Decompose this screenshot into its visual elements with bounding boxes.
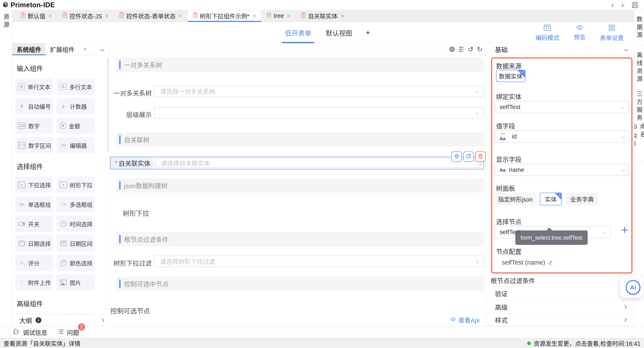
component-tile-color-picker[interactable]: 颜色选择 [56, 255, 95, 271]
property-inspector: 基础 数据来源 数据实体 ✓ 绑定实体 selfTest 值字段 Aa id 显… [486, 44, 634, 326]
rail-item-offline-resources[interactable]: 离线资源 [634, 46, 644, 90]
debug-info-button[interactable]: 调试信息 [13, 328, 47, 337]
blocks-gear-icon [608, 24, 615, 32]
tab-tree-dropdown-example[interactable]: 树形下拉组件示例* × [188, 10, 262, 22]
field-label-one-to-many: 一对多关系树 [110, 88, 152, 97]
add-view-icon[interactable]: + [366, 28, 370, 37]
field-type-icon: Aa [500, 168, 506, 172]
tree-panel-option-dictionary[interactable]: 业务字典 [566, 193, 598, 205]
save-icon[interactable] [632, 2, 638, 9]
component-tile-tree-dropdown[interactable]: ≡树形下拉 [56, 177, 95, 193]
component-tile-number-range[interactable]: 1~3数字区间 [15, 137, 53, 153]
close-icon[interactable]: × [48, 13, 52, 20]
tab-extension-components[interactable]: 扩展组件 [46, 44, 79, 55]
widget-settings-button[interactable]: ⚙ [452, 151, 462, 162]
editor-icon: A≡ [60, 143, 67, 147]
component-tile-rating[interactable]: ☆评分 [15, 255, 53, 271]
tree-panel-option-json[interactable]: 指定树形json [495, 193, 536, 205]
rail-item-named-sql[interactable]: 命名Sql [634, 123, 644, 162]
row-validation[interactable]: 验证 [486, 286, 634, 300]
outline-row[interactable]: 大纲 i [12, 314, 110, 326]
calendar-range-icon [60, 241, 66, 246]
edit-pencil-icon[interactable] [548, 260, 553, 265]
component-tile-image[interactable]: 图片 [56, 274, 95, 290]
component-tile-date-picker[interactable]: 日期选择 [15, 235, 53, 251]
palette-icon [60, 260, 66, 266]
view-api-link[interactable]: 查看Api [450, 315, 480, 324]
close-icon[interactable]: × [287, 13, 290, 20]
label-display-field: 显示字段 [496, 154, 522, 164]
self-entity-select[interactable]: 请选择自关联实体 [155, 158, 481, 168]
value-field-select[interactable]: Aa id [495, 130, 629, 143]
globe-icon[interactable] [449, 46, 455, 52]
code-mode-button[interactable]: 编码模式 [536, 24, 559, 42]
component-tile-dropdown-select[interactable]: ∨下拉选择 [15, 177, 53, 193]
status-left-text[interactable]: 查看资源「自关联实体」详情 [4, 339, 80, 347]
number-icon: 123 [18, 122, 26, 129]
filter-sliders-icon[interactable] [458, 46, 464, 52]
close-icon[interactable]: × [105, 13, 109, 20]
component-tile-editor[interactable]: A≡编辑器 [56, 137, 95, 153]
tree-panel-option-entity[interactable]: 实体 ✓ [540, 193, 562, 205]
close-icon[interactable]: × [252, 13, 256, 20]
row-style[interactable]: 样式 [486, 314, 634, 326]
redo-icon[interactable]: ↻ [477, 46, 482, 53]
row-advanced[interactable]: 高级 [486, 300, 634, 314]
rail-item-resources[interactable]: 资源 [2, 14, 10, 30]
nav-back-icon[interactable]: ‹ [611, 1, 614, 9]
status-right-text: 资源发生变更，点击查看,检查时间:16:41 [534, 339, 640, 347]
section-band-self-related-tree: 自关联树 [116, 132, 484, 147]
preview-button[interactable]: 预览 [574, 24, 586, 42]
close-icon[interactable]: × [341, 13, 344, 20]
component-tile-switch[interactable]: 开关 [15, 216, 53, 232]
component-tile-amount[interactable]: ¥金额 [56, 118, 95, 134]
display-field-select[interactable]: Aa name [495, 164, 629, 176]
tab-self-related-entity[interactable]: 自关联实体 × [296, 10, 350, 22]
component-tile-time-picker[interactable]: 时间选择 [56, 216, 95, 232]
tab-control-state-js[interactable]: 控件状态-JS × [57, 10, 114, 22]
form-settings-button[interactable]: 表单设置 [600, 24, 624, 42]
component-tile-attachment-upload[interactable]: ↑附件上传 [15, 274, 53, 290]
tree-dropdown-widget-label[interactable]: 树形下拉 [123, 208, 149, 218]
widget-copy-button[interactable] [464, 151, 474, 162]
level-display-select[interactable] [154, 107, 484, 119]
sidebar-scrollbar[interactable] [108, 58, 109, 152]
row-root-filter[interactable]: 根节点过滤条件 [486, 274, 634, 286]
status-right[interactable]: 资源发生变更，点击查看,检查时间:16:41 [527, 339, 640, 347]
data-source-chip-entity[interactable]: 数据实体 ✓ [496, 70, 526, 82]
eye-icon [576, 24, 583, 31]
tab-control-state-form[interactable]: 控件状态-表单状态 × [114, 10, 188, 22]
nav-forward-icon[interactable]: › [622, 1, 624, 9]
collapse-sidebar-icon[interactable] [100, 47, 104, 51]
rail-item-datasource[interactable]: 数据源 [634, 10, 644, 46]
checklist-icon: ✓≡ [60, 202, 67, 207]
problems-button[interactable]: 问题 2 [58, 328, 79, 337]
component-tile-single-line-text[interactable]: A单行文本 [15, 79, 53, 95]
component-tile-auto-number[interactable]: #自动编号 [15, 98, 53, 114]
info-icon: i [36, 317, 42, 323]
component-tile-multi-line-text[interactable]: A多行文本 [56, 79, 95, 95]
inspector-header[interactable]: 基础 [486, 44, 634, 55]
one-to-many-select[interactable]: 请选择一对多关系树 [154, 86, 484, 97]
component-tile-checkbox-group[interactable]: ✓≡多选框组 [56, 196, 95, 212]
component-tile-date-range[interactable]: 日期区间 [56, 235, 95, 251]
tree-filter-select[interactable]: 请选择树形下拉过滤 [154, 256, 484, 267]
component-tile-counter[interactable]: ±计数器 [56, 98, 95, 114]
component-tile-number[interactable]: 123数字 [15, 118, 53, 134]
view-tab-default-view[interactable]: 默认视图 [325, 22, 353, 43]
selected-field-self-related-entity[interactable]: * 自关联实体 请选择自关联实体 [110, 157, 484, 169]
view-tab-lowcode-form[interactable]: 低开表单 [284, 22, 312, 43]
tab-default-value[interactable]: 默认值 × [15, 10, 57, 22]
bind-entity-select[interactable]: selfTest [495, 101, 629, 113]
close-icon[interactable]: × [179, 13, 182, 20]
undo-icon[interactable]: ↺ [468, 46, 474, 53]
widget-delete-button[interactable] [475, 151, 486, 162]
ai-assistant-button[interactable]: Ai [626, 280, 640, 295]
add-node-button[interactable]: + [621, 223, 628, 236]
rail-item-third-party-services[interactable]: 三方服务 [634, 90, 644, 123]
tab-tree-entity[interactable]: tree × [261, 10, 296, 22]
component-menu-icon[interactable]: ≡ [84, 47, 86, 52]
component-tile-radio-group[interactable]: ◎≡单选框组 [15, 196, 53, 212]
chevron-down-icon [603, 230, 607, 234]
tab-system-components[interactable]: 系统组件 [12, 44, 46, 55]
